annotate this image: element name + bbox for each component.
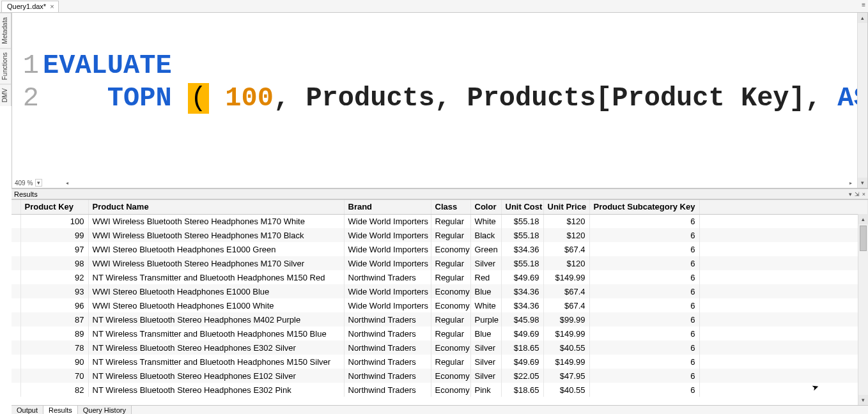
scroll-right-icon[interactable]: ▸ bbox=[847, 180, 855, 187]
editor-hscrollbar[interactable]: ◂ ▸ bbox=[63, 180, 855, 187]
table-row[interactable]: 96WWI Stereo Bluetooth Headphones E1000 … bbox=[12, 298, 868, 312]
scroll-up-icon[interactable]: ▴ bbox=[858, 214, 868, 224]
row-gutter bbox=[12, 383, 20, 397]
results-panel: Results ▾ ⇲ × Product Key Product Name B… bbox=[12, 188, 868, 405]
scroll-left-icon[interactable]: ◂ bbox=[63, 180, 71, 187]
table-row[interactable]: 93WWI Stereo Bluetooth Headphones E1000 … bbox=[12, 284, 868, 298]
col-product-key[interactable]: Product Key bbox=[20, 200, 88, 214]
cell-sub: 6 bbox=[589, 326, 699, 341]
scroll-down-icon[interactable]: ▾ bbox=[858, 178, 867, 188]
zoom-control[interactable]: 409 % ▾ bbox=[15, 179, 42, 187]
cell-class: Economy bbox=[431, 298, 470, 312]
cell-key: 97 bbox=[20, 242, 88, 256]
table-row[interactable]: 99WWI Wireless Bluetooth Stereo Headphon… bbox=[12, 228, 868, 242]
table-row[interactable]: 98WWI Wireless Bluetooth Stereo Headphon… bbox=[12, 256, 868, 270]
cell-class: Economy bbox=[431, 284, 470, 298]
cell-class: Regular bbox=[431, 214, 470, 228]
grid-vscrollbar[interactable]: ▴ ▾ bbox=[858, 214, 868, 405]
side-tab-dmv[interactable]: DMV bbox=[0, 84, 11, 106]
cell-sub: 6 bbox=[589, 369, 699, 383]
cell-brand: Northwind Traders bbox=[344, 270, 431, 284]
cell-cost: $55.18 bbox=[501, 214, 543, 228]
row-gutter bbox=[12, 355, 20, 369]
side-tab-metadata[interactable]: Metadata bbox=[0, 13, 11, 48]
cell-class: Economy bbox=[431, 242, 470, 256]
cell-key: 96 bbox=[20, 298, 88, 312]
cell-empty bbox=[699, 369, 868, 383]
col-rowheader[interactable] bbox=[12, 200, 20, 214]
table-row[interactable]: 100WWI Wireless Bluetooth Stereo Headpho… bbox=[12, 214, 868, 228]
results-grid[interactable]: Product Key Product Name Brand Class Col… bbox=[12, 200, 868, 397]
cell-key: 78 bbox=[20, 341, 88, 355]
cell-key: 90 bbox=[20, 355, 88, 369]
cell-color: Silver bbox=[470, 369, 501, 383]
cell-empty bbox=[699, 355, 868, 369]
cell-brand: Wide World Importers bbox=[344, 256, 431, 270]
scroll-up-icon[interactable]: ▴ bbox=[858, 13, 867, 23]
cell-color: Silver bbox=[470, 355, 501, 369]
tab-results[interactable]: Results bbox=[43, 406, 78, 415]
table-row[interactable]: 78NT Wireless Bluetooth Stereo Headphone… bbox=[12, 341, 868, 355]
cell-sub: 6 bbox=[589, 383, 699, 397]
token-100: 100 bbox=[225, 83, 274, 114]
zoom-value: 409 % bbox=[15, 180, 33, 187]
col-product-name[interactable]: Product Name bbox=[88, 200, 344, 214]
editor-content[interactable]: 1EVALUATE 2 TOPN ( 100, Products, Produc… bbox=[12, 13, 867, 152]
cell-class: Economy bbox=[431, 369, 470, 383]
table-row[interactable]: 92NT Wireless Transmitter and Bluetooth … bbox=[12, 270, 868, 284]
tab-query1[interactable]: Query1.dax* × bbox=[1, 1, 59, 12]
token-comma2: , bbox=[435, 83, 451, 114]
panel-pin-icon[interactable]: ⇲ bbox=[855, 191, 860, 197]
cell-class: Economy bbox=[431, 383, 470, 397]
col-unit-price[interactable]: Unit Price bbox=[543, 200, 589, 214]
table-row[interactable]: 97WWI Stereo Bluetooth Headphones E1000 … bbox=[12, 242, 868, 256]
cell-empty bbox=[699, 341, 868, 355]
close-icon[interactable]: × bbox=[50, 3, 54, 10]
row-gutter bbox=[12, 369, 20, 383]
code-editor[interactable]: 1EVALUATE 2 TOPN ( 100, Products, Produc… bbox=[12, 13, 868, 188]
table-row[interactable]: 82NT Wireless Bluetooth Stereo Headphone… bbox=[12, 383, 868, 397]
panel-dropdown-icon[interactable]: ▾ bbox=[849, 191, 852, 197]
scroll-down-icon[interactable]: ▾ bbox=[858, 395, 868, 405]
cell-empty bbox=[699, 383, 868, 397]
cell-brand: Wide World Importers bbox=[344, 228, 431, 242]
cell-cost: $55.18 bbox=[501, 256, 543, 270]
tab-output[interactable]: Output bbox=[12, 406, 43, 415]
cell-cost: $34.36 bbox=[501, 298, 543, 312]
table-row[interactable]: 87NT Wireless Bluetooth Stereo Headphone… bbox=[12, 312, 868, 326]
cell-name: NT Wireless Transmitter and Bluetooth He… bbox=[88, 355, 344, 369]
col-brand[interactable]: Brand bbox=[344, 200, 431, 214]
table-row[interactable]: 89NT Wireless Transmitter and Bluetooth … bbox=[12, 326, 868, 341]
grid-header-row: Product Key Product Name Brand Class Col… bbox=[12, 200, 868, 214]
row-gutter bbox=[12, 341, 20, 355]
table-row[interactable]: 90NT Wireless Transmitter and Bluetooth … bbox=[12, 355, 868, 369]
gutter-2: 2 bbox=[19, 82, 39, 114]
col-class[interactable]: Class bbox=[431, 200, 470, 214]
table-row[interactable]: 70NT Wireless Bluetooth Stereo Headphone… bbox=[12, 369, 868, 383]
cell-price: $120 bbox=[543, 228, 589, 242]
scroll-thumb[interactable] bbox=[860, 226, 867, 251]
panel-close-icon[interactable]: × bbox=[862, 191, 865, 197]
cell-color: Purple bbox=[470, 312, 501, 326]
cell-key: 89 bbox=[20, 326, 88, 341]
cell-brand: Northwind Traders bbox=[344, 312, 431, 326]
cell-key: 87 bbox=[20, 312, 88, 326]
cell-color: Blue bbox=[470, 284, 501, 298]
cell-empty bbox=[699, 228, 868, 242]
col-color[interactable]: Color bbox=[470, 200, 501, 214]
side-tab-functions[interactable]: Functions bbox=[0, 48, 11, 84]
zoom-drop-icon[interactable]: ▾ bbox=[35, 179, 42, 187]
cell-class: Regular bbox=[431, 270, 470, 284]
col-subcat-key[interactable]: Product Subcategory Key bbox=[589, 200, 699, 214]
tab-query-history[interactable]: Query History bbox=[78, 406, 132, 415]
cell-cost: $34.36 bbox=[501, 284, 543, 298]
cell-class: Regular bbox=[431, 256, 470, 270]
cell-name: WWI Stereo Bluetooth Headphones E1000 Bl… bbox=[88, 284, 344, 298]
cell-price: $40.55 bbox=[543, 341, 589, 355]
cell-price: $67.4 bbox=[543, 284, 589, 298]
window-menu-icon[interactable]: ≡ bbox=[862, 1, 865, 8]
row-gutter bbox=[12, 312, 20, 326]
editor-vscrollbar[interactable]: ▴ ▾ bbox=[857, 13, 867, 188]
cell-cost: $18.65 bbox=[501, 383, 543, 397]
col-unit-cost[interactable]: Unit Cost bbox=[501, 200, 543, 214]
